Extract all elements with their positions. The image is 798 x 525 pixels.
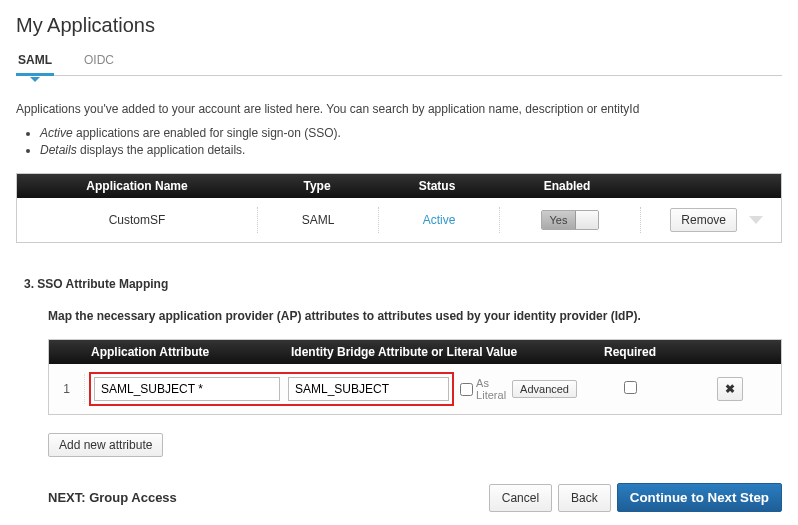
- app-attribute-input[interactable]: [94, 377, 280, 401]
- enabled-toggle[interactable]: Yes: [541, 210, 599, 230]
- intro-bullet-details: Details displays the application details…: [40, 143, 782, 157]
- advanced-button[interactable]: Advanced: [512, 380, 577, 398]
- tabs: SAML OIDC: [16, 47, 782, 76]
- toggle-knob: [576, 211, 598, 229]
- page-title: My Applications: [16, 14, 782, 37]
- toggle-yes-label: Yes: [542, 211, 576, 229]
- col-required: Required: [581, 345, 679, 359]
- app-type-cell: SAML: [258, 209, 378, 231]
- app-status-link[interactable]: Active: [423, 213, 456, 227]
- attr-index: 1: [49, 374, 85, 404]
- attribute-header: Application Attribute Identity Bridge At…: [49, 340, 781, 364]
- as-literal-label[interactable]: As Literal: [460, 377, 506, 401]
- col-enabled: Enabled: [497, 179, 637, 193]
- section-title: 3. SSO Attribute Mapping: [24, 277, 782, 291]
- col-idp-attribute: Identity Bridge Attribute or Literal Val…: [285, 345, 581, 359]
- intro-list: Active applications are enabled for sing…: [40, 126, 782, 157]
- col-app-name: Application Name: [17, 179, 257, 193]
- applications-header: Application Name Type Status Enabled: [17, 174, 781, 198]
- col-status: Status: [377, 179, 497, 193]
- idp-attribute-input[interactable]: [288, 377, 449, 401]
- tab-oidc[interactable]: OIDC: [82, 47, 116, 75]
- app-name-cell: CustomSF: [17, 209, 257, 231]
- footer: NEXT: Group Access Cancel Back Continue …: [48, 483, 782, 512]
- applications-table: Application Name Type Status Enabled Cus…: [16, 173, 782, 243]
- back-button[interactable]: Back: [558, 484, 611, 512]
- section-desc: Map the necessary application provider (…: [48, 309, 782, 323]
- remove-button[interactable]: Remove: [670, 208, 737, 232]
- cancel-button[interactable]: Cancel: [489, 484, 552, 512]
- intro-bullet-active: Active applications are enabled for sing…: [40, 126, 782, 140]
- as-literal-checkbox[interactable]: [460, 383, 473, 396]
- close-icon: ✖: [725, 382, 735, 396]
- required-checkbox[interactable]: [624, 381, 637, 394]
- tab-saml[interactable]: SAML: [16, 47, 54, 75]
- next-label: NEXT: Group Access: [48, 490, 177, 505]
- expand-row-icon[interactable]: [749, 216, 763, 224]
- continue-button[interactable]: Continue to Next Step: [617, 483, 782, 512]
- attribute-table: Application Attribute Identity Bridge At…: [48, 339, 782, 415]
- intro-text: Applications you've added to your accoun…: [16, 102, 782, 116]
- attribute-row: 1 As Literal Advanced ✖: [49, 364, 781, 414]
- col-app-attribute: Application Attribute: [85, 345, 285, 359]
- application-row: CustomSF SAML Active Yes Remove: [17, 198, 781, 242]
- add-attribute-button[interactable]: Add new attribute: [48, 433, 163, 457]
- remove-attribute-button[interactable]: ✖: [717, 377, 743, 401]
- highlight-box: [89, 372, 454, 406]
- col-type: Type: [257, 179, 377, 193]
